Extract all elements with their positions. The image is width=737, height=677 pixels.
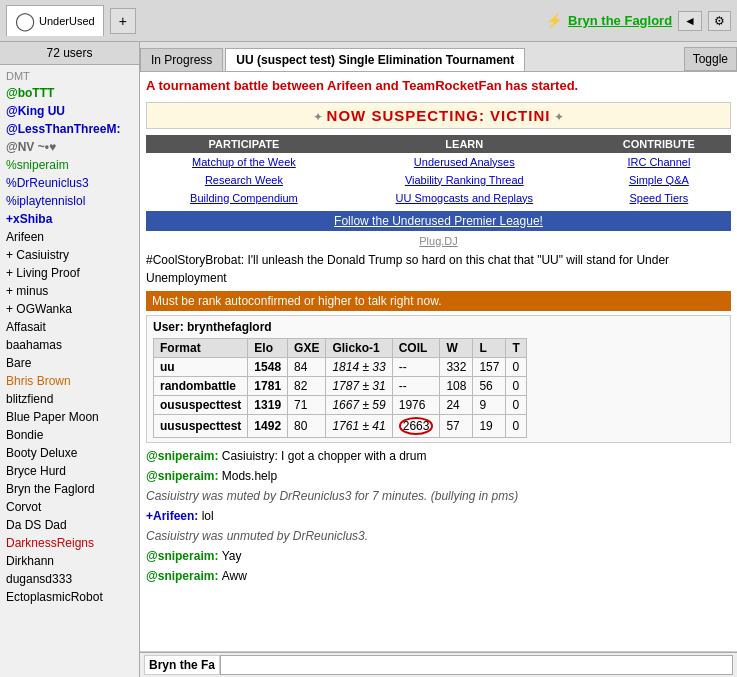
sidebar-item[interactable]: Bare [0,354,139,372]
nav-irc[interactable]: IRC Channel [587,153,731,171]
tab-label: UnderUsed [39,15,95,27]
stats-header: Format [154,338,248,357]
sidebar-item[interactable]: Booty Deluxe [0,444,139,462]
back-button[interactable]: ◄ [678,11,702,31]
stats-cell: 71 [288,395,326,414]
sidebar-item[interactable]: Bryn the Faglord [0,480,139,498]
circled-value: 2663 [399,417,434,435]
stats-cell: 1976 [392,395,440,414]
stats-cell: 108 [440,376,473,395]
sidebar-item[interactable]: + Casiuistry [0,246,139,264]
stats-cell: 1492 [248,414,288,437]
user-label: User: [153,320,184,334]
plugin-link[interactable]: Plug.DJ [146,235,731,247]
stats-cell: 80 [288,414,326,437]
stats-cell: 82 [288,376,326,395]
stats-header: W [440,338,473,357]
toggle-button[interactable]: Toggle [684,47,737,71]
sidebar-item[interactable]: baahamas [0,336,139,354]
online-icon: ⚡ [546,13,562,28]
nav-simpleqa[interactable]: Simple Q&A [587,171,731,189]
stats-row: randombattle1781821787 ± 31--108560 [154,376,527,395]
content-area: In Progress UU (suspect test) Single Eli… [140,42,737,677]
sidebar-item[interactable]: @NV ~•♥ [0,138,139,156]
sidebar-item[interactable]: DMT [0,67,139,84]
stats-cell: 57 [440,414,473,437]
chat-username: +Arifeen: [146,509,202,523]
stats-cell: 1787 ± 31 [326,376,392,395]
input-username-label: Bryn the Fa [144,655,220,675]
chat-messages: @sniperaim: Casiuistry: I got a chopper … [146,447,731,585]
chat-input[interactable] [220,655,733,675]
star-icon-right: ✦ [554,110,564,124]
chat-msg-text: Yay [222,549,242,563]
chat-message: +Arifeen: lol [146,507,731,525]
sidebar: 72 users DMT@boTTT@King UU@LessThanThree… [0,42,140,677]
stats-cell: 0 [506,395,526,414]
nav-header-participate: PARTICIPATE [146,135,342,153]
settings-button[interactable]: ⚙ [708,11,731,31]
sidebar-item[interactable]: %sniperaim [0,156,139,174]
follow-bar[interactable]: Follow the Underused Premier League! [146,211,731,231]
nav-analyses[interactable]: Underused Analyses [342,153,587,171]
stats-cell: 56 [473,376,506,395]
stats-header: T [506,338,526,357]
sidebar-item[interactable]: Bryce Hurd [0,462,139,480]
sidebar-item[interactable]: %DrReuniclus3 [0,174,139,192]
nav-matchup[interactable]: Matchup of the Week [146,153,342,171]
nav-smogcasts[interactable]: UU Smogcasts and Replays [342,189,587,207]
nav-research[interactable]: Research Week [146,171,342,189]
sidebar-item[interactable]: Dirkhann [0,552,139,570]
stats-cell: 157 [473,357,506,376]
sidebar-item[interactable]: blitzfiend [0,390,139,408]
sidebar-item[interactable]: +xShiba [0,210,139,228]
sidebar-item[interactable]: Corvot [0,498,139,516]
tab-in-progress[interactable]: In Progress [140,48,223,71]
stats-cell: 84 [288,357,326,376]
sidebar-item[interactable]: Da DS Dad [0,516,139,534]
plugdj-link[interactable]: Plug.DJ [419,235,458,247]
logged-in-username[interactable]: Bryn the Faglord [568,13,672,28]
nav-speedtiers[interactable]: Speed Tiers [587,189,731,207]
sidebar-item[interactable]: Bondie [0,426,139,444]
stats-cell: 1761 ± 41 [326,414,392,437]
user-card-username: brynthefaglord [187,320,272,334]
nav-compendium[interactable]: Building Compendium [146,189,342,207]
coolstory-msg: #CoolStoryBrobat: I'll unleash the Donal… [146,251,731,287]
stats-cell: -- [392,376,440,395]
sidebar-item[interactable]: @boTTT [0,84,139,102]
sidebar-item[interactable]: + OGWanka [0,300,139,318]
sidebar-item[interactable]: Blue Paper Moon [0,408,139,426]
stats-cell: 1667 ± 59 [326,395,392,414]
sidebar-item[interactable]: + minus [0,282,139,300]
top-bar-left: ◯ UnderUsed + [6,5,136,36]
sidebar-item[interactable]: @LessThanThreeM: [0,120,139,138]
stats-header: COIL [392,338,440,357]
chat-message: Casiuistry was unmuted by DrReuniclus3. [146,527,731,545]
sidebar-item[interactable]: %iplaytennislol [0,192,139,210]
sidebar-item[interactable]: DarknessReigns [0,534,139,552]
stats-cell: 0 [506,376,526,395]
stats-header: Glicko-1 [326,338,392,357]
sidebar-item[interactable]: dugansd333 [0,570,139,588]
tournament-msg: A tournament battle between Arifeen and … [146,76,731,96]
stats-cell: 24 [440,395,473,414]
sidebar-item[interactable]: Bhris Brown [0,372,139,390]
sidebar-item[interactable]: EctoplasmicRobot [0,588,139,606]
underused-tab[interactable]: ◯ UnderUsed [6,5,104,36]
tab-tournament[interactable]: UU (suspect test) Single Elimination Tou… [225,48,525,71]
top-bar: ◯ UnderUsed + ⚡ Bryn the Faglord ◄ ⚙ [0,0,737,42]
sidebar-item[interactable]: Arifeen [0,228,139,246]
stats-cell: 2663 [392,414,440,437]
stats-cell: uususpecttest [154,414,248,437]
sidebar-item[interactable]: + Living Proof [0,264,139,282]
stats-cell: 1814 ± 33 [326,357,392,376]
add-tab-button[interactable]: + [110,8,136,34]
sidebar-item[interactable]: Affasait [0,318,139,336]
nav-viability[interactable]: Viability Ranking Thread [342,171,587,189]
stats-header: L [473,338,506,357]
chat-area[interactable]: A tournament battle between Arifeen and … [140,72,737,652]
follow-link[interactable]: Follow the Underused Premier League! [334,214,543,228]
stats-cell: randombattle [154,376,248,395]
sidebar-item[interactable]: @King UU [0,102,139,120]
